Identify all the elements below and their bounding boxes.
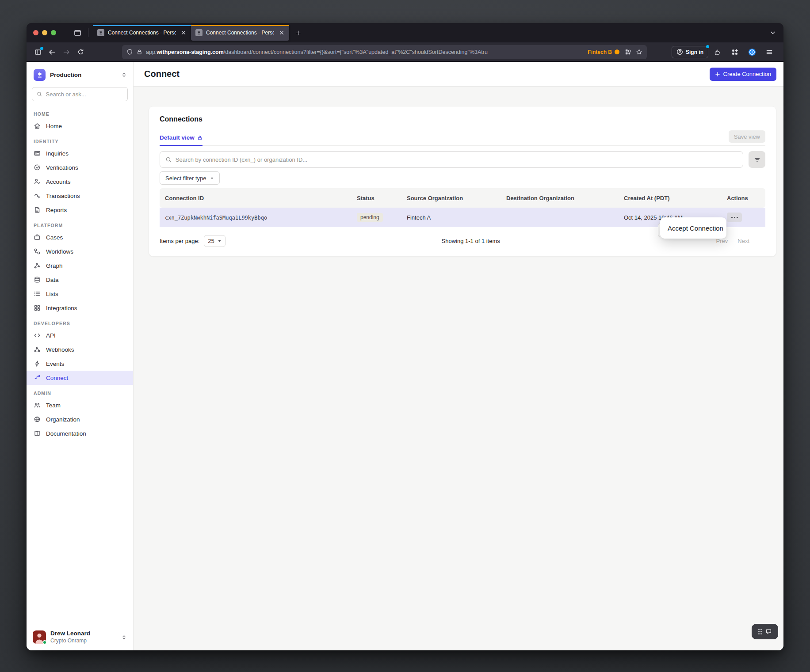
sidebar-item-api[interactable]: API [27, 328, 133, 342]
filter-button[interactable] [749, 151, 765, 168]
sidebar-search[interactable] [32, 87, 128, 101]
new-tab-button[interactable] [292, 27, 304, 39]
bookmark-star-icon[interactable] [636, 49, 642, 55]
items-per-page-select[interactable]: 25 [204, 235, 225, 247]
user-org: Crypto Onramp [50, 638, 117, 644]
review-checker-button[interactable] [711, 46, 724, 58]
sidebar-item-label: Integrations [46, 305, 77, 311]
sidebar-item-label: Webhooks [46, 346, 74, 353]
sidebar-item-label: Graph [46, 262, 63, 269]
column-header[interactable]: Created At (PDT) [619, 195, 722, 201]
sidebar-item-verifications[interactable]: Verifications [27, 160, 133, 175]
sidebar-item-label: Documentation [46, 430, 86, 437]
sidebar-item-label: Transactions [46, 193, 80, 199]
sidebar-item-inquiries[interactable]: Inquiries [27, 146, 133, 160]
column-header[interactable]: Actions [722, 195, 765, 201]
browser-window: Connect Connections - Persona Connect Co… [27, 23, 783, 650]
firefox-view-button[interactable] [71, 27, 84, 39]
column-header[interactable]: Destination Organization [501, 195, 619, 201]
create-connection-button[interactable]: Create Connection [710, 68, 776, 81]
sidebar-item-home[interactable]: Home [27, 119, 133, 133]
user-name: Drew Leonard [50, 630, 117, 638]
connections-search[interactable] [160, 151, 743, 168]
column-header[interactable]: Status [352, 195, 401, 201]
sidebar-item-connect[interactable]: Connect [27, 371, 133, 385]
containers-icon[interactable] [625, 49, 631, 55]
lock-icon[interactable] [137, 49, 142, 55]
sidebar-item-label: Home [46, 123, 62, 129]
source-organization: Fintech A [401, 214, 501, 221]
globe-icon [34, 416, 41, 423]
drag-handle-icon[interactable] [758, 629, 762, 634]
chat-widget[interactable] [752, 624, 778, 639]
row-actions-button[interactable] [727, 213, 742, 222]
tab-close-icon[interactable] [278, 29, 286, 37]
sidebar-search-input[interactable] [46, 91, 123, 98]
extensions-button[interactable] [729, 46, 741, 58]
menu-button[interactable] [763, 46, 776, 58]
sidebar-item-reports[interactable]: Reports [27, 203, 133, 217]
sidebar-item-label: Connect [46, 375, 68, 381]
accept-connection-menu-item[interactable]: Accept Connection [668, 224, 723, 232]
url-bar[interactable]: app.withpersona-staging.com/dashboard/co… [122, 45, 647, 59]
column-header[interactable]: Connection ID [160, 195, 352, 201]
zoom-window-button[interactable] [51, 30, 56, 35]
hamburger-icon [766, 49, 773, 56]
main-content: Connect Create Connection Connections De… [134, 62, 783, 650]
org-switcher[interactable]: Production [27, 62, 133, 85]
container-stripe-orange [191, 25, 289, 26]
connections-search-input[interactable] [176, 156, 737, 163]
user-menu[interactable]: Drew Leonard Crypto Onramp [27, 625, 133, 650]
column-header[interactable]: Source Organization [401, 195, 501, 201]
sidebar-item-lists[interactable]: Lists [27, 287, 133, 301]
back-button[interactable] [46, 46, 58, 58]
database-icon [34, 276, 41, 283]
shield-icon[interactable] [126, 49, 133, 55]
browser-tab-2-active[interactable]: Connect Connections - Persona [191, 25, 289, 41]
container-stripe-blue [93, 25, 191, 26]
sidebar-item-team[interactable]: Team [27, 398, 133, 412]
section-label-admin: ADMIN [34, 391, 126, 396]
firefox-view-icon [74, 29, 81, 37]
sidebar-item-label: Accounts [46, 178, 71, 185]
next-button[interactable]: Next [737, 238, 749, 244]
sidebar-item-organization[interactable]: Organization [27, 412, 133, 426]
sidebar-item-accounts[interactable]: Accounts [27, 175, 133, 189]
sidebar-item-label: Lists [46, 291, 58, 297]
url-path: /dashboard/connect/connections?filter={}… [224, 49, 488, 55]
sidebar-item-documentation[interactable]: Documentation [27, 426, 133, 440]
sidebar-item-data[interactable]: Data [27, 273, 133, 287]
sidebar-item-workflows[interactable]: Workflows [27, 244, 133, 258]
toolbar-right-icons: Sign in [672, 46, 777, 58]
close-window-button[interactable] [33, 30, 38, 35]
sidebar-item-transactions[interactable]: Transactions [27, 189, 133, 203]
webhook-icon [34, 346, 41, 353]
sidebar-item-label: Reports [46, 207, 67, 213]
sidebar-toggle-button[interactable] [32, 46, 44, 58]
section-label-home: HOME [34, 111, 126, 117]
thumbs-up-icon [714, 49, 721, 56]
sign-in-button[interactable]: Sign in [672, 46, 708, 58]
save-view-button[interactable]: Save view [729, 130, 765, 143]
forward-button[interactable] [60, 46, 73, 58]
browser-tab-1[interactable]: Connect Connections - Persona [93, 25, 191, 41]
sidebar-item-graph[interactable]: Graph [27, 258, 133, 273]
plus-icon [715, 72, 720, 77]
people-icon [34, 402, 41, 409]
sidebar-item-events[interactable]: Events [27, 357, 133, 371]
page-header: Connect Create Connection [134, 62, 783, 87]
reload-button[interactable] [74, 46, 87, 58]
select-filter-type-button[interactable]: Select filter type [160, 171, 220, 185]
sidebar-item-integrations[interactable]: Integrations [27, 301, 133, 315]
tab-close-icon[interactable] [180, 29, 187, 37]
onepassword-button[interactable] [746, 46, 758, 58]
tab-default-view[interactable]: Default view [160, 134, 202, 146]
sidebar-item-webhooks[interactable]: Webhooks [27, 342, 133, 357]
list-all-tabs-button[interactable] [767, 27, 779, 39]
sidebar-item-cases[interactable]: Cases [27, 230, 133, 244]
minimize-window-button[interactable] [42, 30, 47, 35]
connections-title: Connections [160, 115, 765, 123]
graph-network-icon [34, 262, 41, 269]
chevron-updown-icon [121, 634, 127, 640]
showing-count: Showing 1-1 of 1 items [225, 238, 716, 244]
